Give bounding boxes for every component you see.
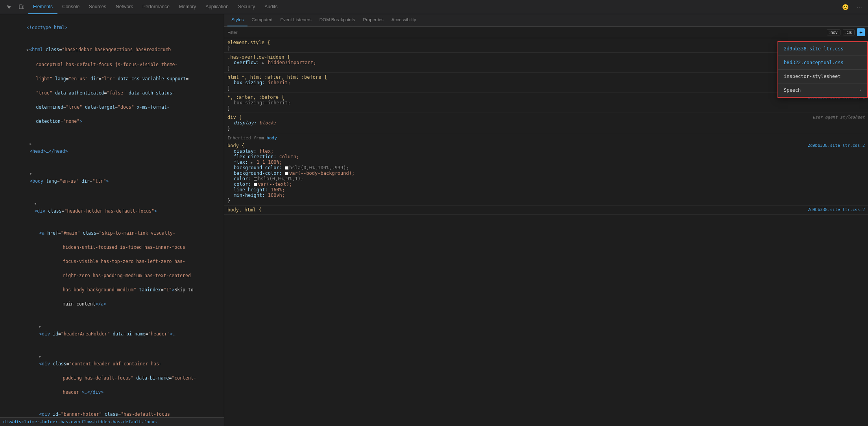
tab-sources[interactable]: Sources <box>84 0 111 14</box>
inherited-from-link[interactable]: body <box>266 135 277 141</box>
tab-dom-breakpoints-label: DOM Breakpoints <box>319 17 355 22</box>
css-body-prop-bg-strike: background-color: hsla(0,0%,100%,.999); <box>227 165 865 170</box>
styles-panel: Styles Computed Event Listeners DOM Brea… <box>224 14 868 426</box>
css-body-prop-flexdir: flex-direction: column; <box>227 154 865 159</box>
svg-rect-0 <box>19 5 22 9</box>
css-rule-selector-row-4: div { user agent stylesheet <box>227 115 865 120</box>
css-source-link-body[interactable]: 2d9bb338.site-ltr.css:2 <box>808 143 865 148</box>
popup-item-conceptual[interactable]: b8d322.conceptual.css <box>778 56 867 70</box>
tab-audits[interactable]: Audits <box>260 0 282 14</box>
css-rule-star: *, :after, :before { 2d9bb338.site-ltr.c… <box>224 93 868 113</box>
tab-security[interactable]: Security <box>233 0 260 14</box>
tab-performance[interactable]: Performance <box>138 0 174 14</box>
html-content-header[interactable]: <div class="content-header uhf-container… <box>0 345 224 403</box>
tab-styles-label: Styles <box>231 17 244 22</box>
pointer-icon[interactable] <box>3 2 14 13</box>
html-root[interactable]: <html class="hasSidebar hasPageActions h… <box>0 39 224 132</box>
css-rule-close-4: } <box>227 106 865 111</box>
css-body-prop-display: display: flex; <box>227 148 865 154</box>
css-rule-selector-row-3: *, :after, :before { 2d9bb338.site-ltr.c… <box>227 94 865 100</box>
tab-properties-label: Properties <box>363 17 383 22</box>
emoji-icon[interactable]: 😊 <box>840 2 851 13</box>
triangle-header-holder[interactable] <box>34 200 36 206</box>
main-container: <!doctype html> <html class="hasSidebar … <box>0 14 868 426</box>
more-options-icon[interactable]: ⋯ <box>854 2 865 13</box>
styles-content: element.style { } .has-overflow-hidden {… <box>224 38 868 426</box>
cls-button[interactable]: .cls <box>843 29 855 35</box>
css-body-prop-color-strike: color: hsla(0,0%,9%,1); <box>227 176 865 182</box>
tab-audits-label: Audits <box>264 4 277 9</box>
css-rule-overflow-hidden: .has-overflow-hidden { 2d9bb338.site-ltr… <box>224 53 868 73</box>
css-rule-close-2: } <box>227 65 865 71</box>
css-rule-body: body { 2d9bb338.site-ltr.css:2 display: … <box>224 141 868 206</box>
breadcrumb-bar: div#disclaimer-holder.has-overflow-hidde… <box>0 417 224 426</box>
css-prop-display: display: block; <box>227 120 865 126</box>
triangle-head[interactable] <box>30 141 31 146</box>
tab-sources-label: Sources <box>89 4 106 9</box>
tab-elements[interactable]: Elements <box>28 0 57 14</box>
tab-console-label: Console <box>62 4 79 9</box>
svg-rect-1 <box>22 6 24 9</box>
hov-button[interactable]: :hov <box>827 29 840 35</box>
css-rule-div-ua: div { user agent stylesheet display: blo… <box>224 113 868 133</box>
css-body-prop-color: color: var(--text); <box>227 182 865 187</box>
tab-properties[interactable]: Properties <box>359 14 387 26</box>
css-prop-boxsizing: box-sizing: inherit; <box>227 80 865 85</box>
tab-memory[interactable]: Memory <box>174 0 201 14</box>
device-icon[interactable] <box>16 2 27 13</box>
css-body-selector-row: body { 2d9bb338.site-ltr.css:2 <box>227 143 865 148</box>
css-sources-popup: 2d9bb338.site-ltr.css b8d322.conceptual.… <box>778 41 868 98</box>
color-swatch-bg-strike[interactable] <box>285 166 288 170</box>
color-swatch-color-strike[interactable] <box>254 177 257 181</box>
tab-computed[interactable]: Computed <box>247 14 276 26</box>
css-body-prop-lineheight: line-height: 160%; <box>227 187 865 193</box>
tab-network[interactable]: Network <box>111 0 138 14</box>
css-rule-close-3: } <box>227 85 865 91</box>
tab-accessibility-label: Accessibility <box>392 17 416 22</box>
tab-application[interactable]: Application <box>201 0 233 14</box>
html-skip-link[interactable]: <a href="#main" class="skip-to-main-link… <box>0 222 224 315</box>
triangle-header-area[interactable] <box>39 323 41 329</box>
toolbar-tabs: Elements Console Sources Network Perform… <box>28 0 283 14</box>
tab-styles[interactable]: Styles <box>227 14 247 26</box>
css-body-prop-flex: flex: ▶ 1 1 100%; <box>227 159 865 165</box>
css-rule-html-star: html *, html :after, html :before { 2d9b… <box>224 73 868 93</box>
tab-event-listeners[interactable]: Event Listeners <box>276 14 315 26</box>
tab-dom-breakpoints[interactable]: DOM Breakpoints <box>316 14 359 26</box>
color-swatch-bg[interactable] <box>285 172 288 175</box>
css-rule-selector-row: .has-overflow-hidden { 2d9bb338.site-ltr… <box>227 54 865 60</box>
css-prop-boxsizing-strike: box-sizing: inherit; <box>227 100 865 106</box>
user-agent-label: user agent stylesheet <box>813 115 865 119</box>
html-header-holder[interactable]: <div class="header-holder has-default-fo… <box>0 192 224 222</box>
popup-item-inspector[interactable]: inspector-stylesheet <box>778 70 867 83</box>
tab-accessibility[interactable]: Accessibility <box>388 14 420 26</box>
tab-event-listeners-label: Event Listeners <box>280 17 311 22</box>
toolbar-right: 😊 ⋯ <box>840 2 865 13</box>
color-swatch-color[interactable] <box>254 183 257 186</box>
html-doctype: <!doctype html> <box>0 17 224 39</box>
tab-console[interactable]: Console <box>57 0 84 14</box>
triangle-html[interactable] <box>26 47 28 52</box>
inherited-label: Inherited from body <box>224 133 868 141</box>
popup-item-site-ltr[interactable]: 2d9bb338.site-ltr.css <box>778 42 867 56</box>
popup-item-speech[interactable]: Speech › <box>778 83 867 97</box>
tab-computed-label: Computed <box>251 17 272 22</box>
css-source-link-body-html[interactable]: 2d9bb338.site-ltr.css:2 <box>808 207 865 212</box>
elements-panel: <!doctype html> <html class="hasSidebar … <box>0 14 224 426</box>
css-rule-element-style: element.style { } <box>224 38 868 53</box>
styles-tabs: Styles Computed Event Listeners DOM Brea… <box>224 14 868 27</box>
css-rule-close-5: } <box>227 126 865 131</box>
html-head[interactable]: <head>…</head> <box>0 132 224 162</box>
triangle-content-header[interactable] <box>39 353 41 359</box>
css-rule-selector-row-2: html *, html :after, html :before { 2d9b… <box>227 74 865 80</box>
triangle-body[interactable] <box>30 170 31 176</box>
popup-arrow-icon: › <box>859 87 862 93</box>
html-body[interactable]: <body lang="en-us" dir="ltr"> <box>0 162 224 192</box>
add-style-button[interactable]: + <box>857 28 865 36</box>
filter-bar: :hov .cls + <box>224 27 868 38</box>
filter-input[interactable] <box>227 30 824 35</box>
popup-speech-label: Speech <box>784 87 801 93</box>
devtools-toolbar: Elements Console Sources Network Perform… <box>0 0 868 14</box>
html-header-area[interactable]: <div id="headerAreaHolder" data-bi-name=… <box>0 315 224 345</box>
tab-elements-label: Elements <box>33 4 53 9</box>
